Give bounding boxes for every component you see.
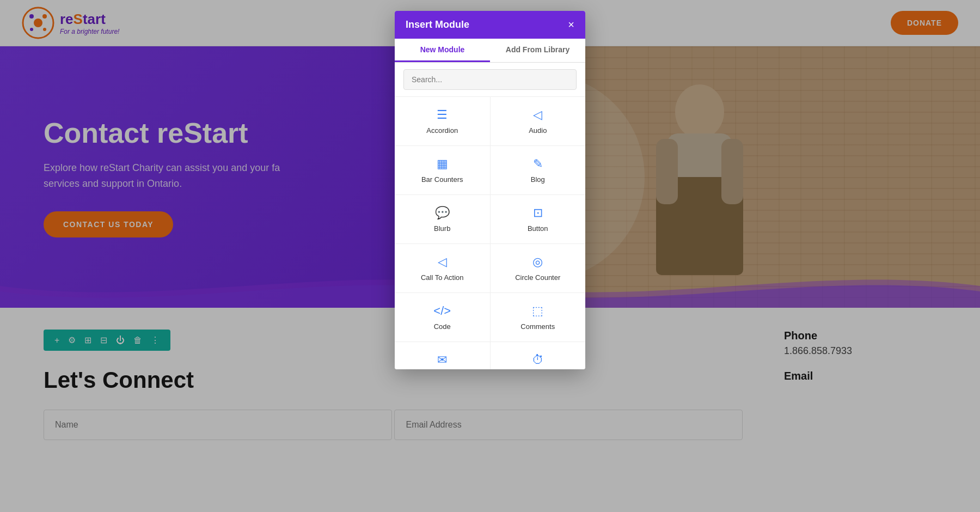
module-item-blurb[interactable]: 💬Blurb [395, 195, 490, 243]
module-item-audio[interactable]: ◁Audio [491, 97, 586, 145]
module-label-blurb: Blurb [434, 224, 450, 233]
module-label-call-to-action: Call To Action [421, 273, 464, 282]
module-label-bar-counters: Bar Counters [421, 175, 463, 184]
module-item-circle-counter[interactable]: ◎Circle Counter [491, 244, 586, 292]
modal-tabs: New Module Add From Library [395, 39, 585, 63]
module-item-comments[interactable]: ⬚Comments [491, 293, 586, 342]
module-grid: ☰Accordion◁Audio▦Bar Counters✎Blog💬Blurb… [395, 97, 585, 369]
module-label-accordion: Accordion [426, 126, 458, 135]
module-icon-bar-counters: ▦ [437, 157, 448, 171]
module-label-blog: Blog [531, 175, 545, 184]
module-item-accordion[interactable]: ☰Accordion [395, 97, 490, 145]
modal-search-area [395, 63, 585, 97]
module-item-bar-counters[interactable]: ▦Bar Counters [395, 146, 490, 194]
module-item-countdown-timer[interactable]: ⏱Countdown Timer [491, 342, 586, 369]
module-label-audio: Audio [529, 126, 547, 135]
module-item-code[interactable]: </>Code [395, 293, 490, 342]
module-icon-audio: ◁ [533, 108, 542, 122]
module-icon-blog: ✎ [533, 157, 543, 171]
module-icon-button: ⊡ [533, 206, 543, 220]
module-label-comments: Comments [520, 322, 555, 331]
module-label-circle-counter: Circle Counter [515, 273, 560, 282]
modal-close-button[interactable]: × [568, 19, 574, 31]
module-item-blog[interactable]: ✎Blog [491, 146, 586, 194]
module-icon-call-to-action: ◁ [438, 255, 447, 269]
module-item-button[interactable]: ⊡Button [491, 195, 586, 243]
module-search-input[interactable] [403, 69, 577, 90]
module-icon-code: </> [433, 304, 451, 318]
module-icon-contact-form: ✉ [437, 353, 447, 367]
tab-new-module[interactable]: New Module [395, 39, 490, 62]
module-item-call-to-action[interactable]: ◁Call To Action [395, 244, 490, 292]
module-icon-accordion: ☰ [437, 108, 448, 122]
module-icon-blurb: 💬 [435, 206, 450, 220]
module-label-button: Button [528, 224, 548, 233]
modal-header: Insert Module × [395, 11, 585, 39]
module-icon-countdown-timer: ⏱ [532, 353, 544, 367]
modal-title: Insert Module [406, 19, 469, 31]
module-icon-comments: ⬚ [532, 304, 543, 318]
module-icon-circle-counter: ◎ [532, 255, 543, 269]
module-label-code: Code [434, 322, 451, 331]
module-item-contact-form[interactable]: ✉Contact Form [395, 342, 490, 369]
insert-module-modal: Insert Module × New Module Add From Libr… [395, 11, 585, 369]
tab-add-from-library[interactable]: Add From Library [490, 39, 585, 62]
